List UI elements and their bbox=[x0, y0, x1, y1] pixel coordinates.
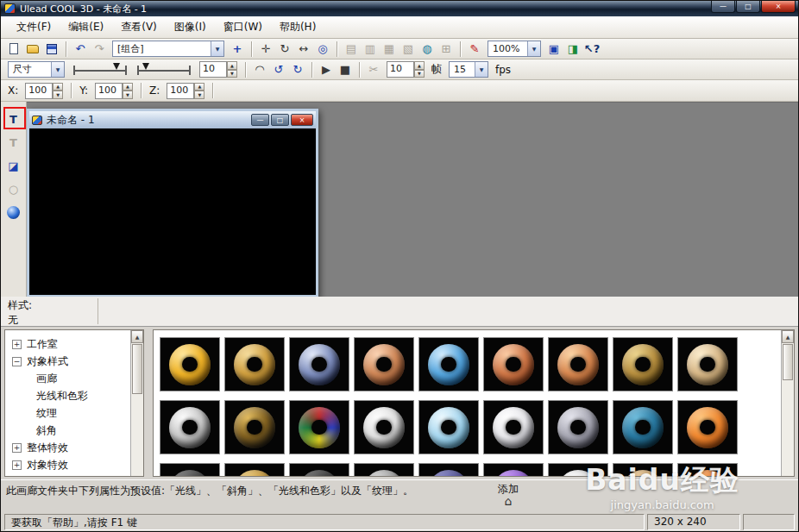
spin-up-icon[interactable]: ▲ bbox=[53, 83, 63, 91]
gallery-item[interactable] bbox=[418, 400, 479, 454]
tree-item-gallery[interactable]: 画廊 bbox=[7, 370, 142, 387]
resize-tool-icon[interactable]: ↔ bbox=[295, 41, 312, 58]
gallery-item[interactable] bbox=[548, 337, 608, 391]
tree-item-object-fx[interactable]: + 对象特效 bbox=[7, 456, 142, 473]
gallery-item[interactable] bbox=[160, 463, 220, 477]
gallery-item[interactable] bbox=[224, 463, 285, 477]
z-spinner[interactable]: 100 ▲ ▼ bbox=[167, 83, 204, 99]
tree-item-texture[interactable]: 纹理 bbox=[7, 404, 142, 422]
gallery-item[interactable] bbox=[224, 400, 285, 454]
maximize-button[interactable]: □ bbox=[736, 1, 760, 13]
target-icon[interactable]: ◎ bbox=[314, 41, 331, 58]
scroll-up-icon[interactable]: ▲ bbox=[782, 330, 794, 343]
gallery-item[interactable] bbox=[224, 337, 285, 391]
arc-path-icon[interactable]: ◠ bbox=[251, 61, 268, 78]
gallery-item[interactable] bbox=[483, 400, 544, 454]
arrange-icon-1[interactable]: ▤ bbox=[343, 41, 360, 58]
frame-spinner[interactable]: 10 ▲ ▼ bbox=[387, 61, 425, 78]
document-close-button[interactable]: × bbox=[291, 114, 313, 126]
scroll-up-icon[interactable]: ▲ bbox=[131, 330, 143, 343]
gallery-scrollbar[interactable]: ▲ ▼ bbox=[781, 330, 794, 476]
size-combo[interactable]: 尺寸 ▼ bbox=[8, 61, 65, 78]
gallery-item[interactable] bbox=[483, 463, 544, 477]
gallery-item[interactable] bbox=[289, 337, 349, 391]
spin-up-icon[interactable]: ▲ bbox=[227, 61, 237, 70]
gallery-item[interactable] bbox=[289, 400, 349, 454]
detail-slider[interactable] bbox=[137, 63, 191, 77]
edit-render-icon[interactable]: ✎ bbox=[466, 41, 483, 58]
insert-graphics-tool-icon[interactable]: ◪ bbox=[4, 156, 23, 175]
open-file-icon[interactable] bbox=[24, 41, 41, 58]
dropdown-icon[interactable]: ▼ bbox=[527, 41, 540, 56]
slider-pointer[interactable] bbox=[113, 63, 120, 70]
spin-up-icon[interactable]: ▲ bbox=[414, 61, 425, 70]
gallery-item[interactable] bbox=[548, 463, 608, 477]
gallery-item[interactable] bbox=[548, 400, 608, 454]
undo-icon[interactable]: ↶ bbox=[72, 41, 89, 58]
gallery-item[interactable] bbox=[354, 337, 414, 391]
x-spinner[interactable]: 100 ▲ ▼ bbox=[25, 83, 63, 99]
gallery-item[interactable] bbox=[677, 337, 738, 391]
arrange-icon-4[interactable]: ▧ bbox=[400, 41, 417, 58]
menu-item-window[interactable]: 窗口(W) bbox=[215, 17, 271, 37]
dropdown-icon[interactable]: ▼ bbox=[475, 62, 488, 77]
gallery-item[interactable] bbox=[483, 337, 544, 391]
duration-spinner[interactable]: 10 ▲ ▼ bbox=[199, 61, 237, 78]
play-icon[interactable]: ▶ bbox=[318, 61, 335, 78]
fps-combo[interactable]: 15 ▼ bbox=[449, 61, 488, 78]
scrollbar-thumb[interactable] bbox=[783, 344, 793, 380]
sphere-tool-icon[interactable] bbox=[4, 203, 23, 222]
minimize-button[interactable]: — bbox=[711, 1, 735, 13]
menu-item-view[interactable]: 查看(V) bbox=[112, 17, 166, 37]
gallery-item[interactable] bbox=[677, 400, 738, 454]
grid-icon[interactable]: ⊞ bbox=[437, 41, 455, 58]
spin-down-icon[interactable]: ▼ bbox=[414, 70, 425, 78]
split-icon[interactable]: ✂ bbox=[365, 61, 382, 78]
insert-text-icon[interactable]: + bbox=[229, 41, 246, 58]
edit-text-tool-icon[interactable]: T bbox=[4, 133, 23, 152]
dropdown-icon[interactable]: ▼ bbox=[211, 41, 223, 56]
redo-icon[interactable]: ↷ bbox=[91, 41, 108, 58]
rotate-ccw-icon[interactable]: ↺ bbox=[270, 61, 287, 78]
tree-toggle-icon[interactable]: + bbox=[12, 460, 22, 470]
tree-item-global-fx[interactable]: + 整体特效 bbox=[7, 439, 142, 456]
gallery-item[interactable] bbox=[613, 400, 673, 454]
add-widget[interactable]: 添加 ⌂ bbox=[498, 484, 519, 508]
x-value[interactable]: 100 bbox=[25, 83, 53, 99]
spin-up-icon[interactable]: ▲ bbox=[123, 83, 133, 91]
tree-toggle-icon[interactable]: + bbox=[12, 443, 22, 453]
help-pointer-icon[interactable]: ↖? bbox=[583, 41, 601, 58]
scrollbar-thumb[interactable] bbox=[132, 344, 142, 394]
home-icon[interactable]: ⌂ bbox=[505, 495, 513, 508]
zoom-tool-icon[interactable]: ○ bbox=[4, 179, 23, 198]
menu-item-file[interactable]: 文件(F) bbox=[8, 17, 60, 37]
rotate-tool-icon[interactable]: ↻ bbox=[276, 41, 293, 58]
group-combo[interactable]: [组合] ▼ bbox=[112, 41, 224, 57]
tree-item-studio[interactable]: + 工作室 bbox=[7, 335, 142, 353]
export-image-icon[interactable]: ▣ bbox=[545, 41, 563, 58]
save-icon[interactable] bbox=[43, 41, 60, 58]
z-value[interactable]: 100 bbox=[167, 83, 194, 99]
gallery-item[interactable] bbox=[289, 463, 349, 477]
document-minimize-button[interactable]: — bbox=[251, 114, 269, 126]
document-maximize-button[interactable]: □ bbox=[271, 114, 289, 126]
pan-tool-icon[interactable]: ✛ bbox=[257, 41, 274, 58]
document-canvas[interactable] bbox=[29, 128, 316, 295]
spin-up-icon[interactable]: ▲ bbox=[194, 83, 204, 91]
dropdown-icon[interactable]: ▼ bbox=[51, 62, 64, 77]
spin-down-icon[interactable]: ▼ bbox=[227, 70, 237, 78]
spin-down-icon[interactable]: ▼ bbox=[123, 91, 133, 99]
gallery-item[interactable] bbox=[160, 337, 220, 391]
y-spinner[interactable]: 100 ▲ ▼ bbox=[95, 83, 133, 99]
tree-toggle-icon[interactable]: − bbox=[12, 357, 22, 366]
gallery-item[interactable] bbox=[677, 463, 738, 477]
arrange-icon-2[interactable]: ▥ bbox=[362, 41, 379, 58]
document-window[interactable]: 未命名 - 1 — □ × bbox=[27, 109, 318, 297]
arrange-icon-3[interactable]: ▦ bbox=[381, 41, 398, 58]
close-button[interactable]: × bbox=[761, 1, 796, 13]
tree-item-bevel[interactable]: 斜角 bbox=[7, 422, 142, 439]
tree-scrollbar[interactable]: ▲ ▼ bbox=[130, 330, 143, 476]
menu-item-help[interactable]: 帮助(H) bbox=[271, 17, 324, 37]
spin-down-icon[interactable]: ▼ bbox=[53, 91, 63, 99]
tree-toggle-icon[interactable]: + bbox=[12, 340, 22, 349]
